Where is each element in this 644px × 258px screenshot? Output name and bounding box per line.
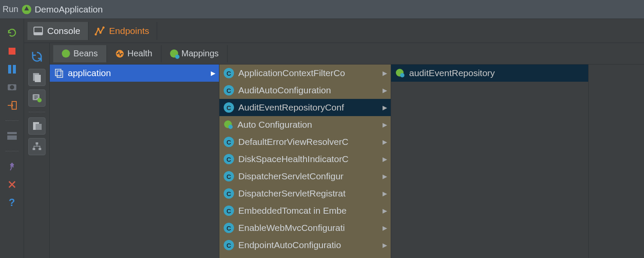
divider — [6, 120, 18, 121]
layout-icon[interactable] — [6, 130, 18, 141]
class-icon: C — [224, 85, 234, 95]
row-bean-label: DefaultErrorViewResolverC — [238, 137, 381, 147]
svg-rect-1 — [9, 48, 15, 55]
row-bean-label: ApplicationContextFilterCo — [238, 68, 381, 78]
run-body: Console Endpoints — [24, 19, 644, 258]
chevron-right-icon: ▶ — [383, 173, 387, 180]
row-bean-label: AuditAutoConfiguration — [238, 85, 381, 95]
divider — [29, 112, 45, 112]
tab-console-label: Console — [47, 26, 80, 36]
live-beans-icon[interactable] — [28, 89, 46, 107]
subtab-health[interactable]: Health — [107, 45, 161, 62]
run-action-gutter: ? — [0, 19, 24, 258]
row-bean[interactable]: CAuditEventRepositoryConf▶ — [219, 99, 391, 116]
close-icon[interactable] — [6, 179, 18, 190]
rerun-icon[interactable] — [6, 28, 18, 39]
svg-rect-22 — [36, 142, 38, 144]
row-bean[interactable]: CDefaultErrorViewResolverC▶ — [219, 133, 391, 150]
row-bean[interactable]: CApplicationContextFilterCo▶ — [219, 64, 391, 82]
subtab-mappings[interactable]: Mappings — [161, 45, 228, 62]
hierarchy-icon[interactable] — [28, 138, 46, 155]
subtab-mappings-label: Mappings — [182, 49, 219, 58]
row-bean[interactable]: CEmbeddedTomcat in Embe▶ — [219, 202, 391, 219]
row-bean[interactable]: CDispatcherServletRegistrat▶ — [219, 185, 391, 202]
chevron-right-icon: ▶ — [383, 87, 387, 94]
spring-boot-icon — [21, 4, 32, 15]
row-bean-label: EnableWebMvcConfigurati — [238, 223, 381, 233]
row-bean[interactable]: CDispatcherServletConfigur▶ — [219, 168, 391, 185]
scroll-to-source-icon[interactable] — [28, 69, 46, 86]
row-bean-label: EmbeddedTomcat in Embe — [238, 206, 381, 216]
pause-icon[interactable] — [6, 64, 18, 75]
row-bean[interactable]: CEndpointAutoConfiguratio▶ — [219, 236, 391, 254]
chevron-right-icon: ▶ — [383, 190, 387, 197]
row-bean[interactable]: CDiskSpaceHealthIndicatorC▶ — [219, 150, 391, 168]
health-icon — [115, 49, 124, 58]
row-application[interactable]: application ▶ — [50, 64, 219, 82]
svg-rect-7 — [7, 132, 17, 134]
chevron-right-icon: ▶ — [383, 104, 387, 111]
refresh-icon[interactable] — [28, 48, 46, 65]
chevron-right-icon: ▶ — [383, 121, 387, 128]
divider — [6, 151, 18, 151]
svg-point-15 — [103, 26, 105, 28]
exit-icon[interactable] — [6, 100, 18, 111]
leaf-icon — [224, 120, 233, 129]
class-icon: C — [224, 102, 234, 113]
svg-rect-2 — [8, 65, 11, 74]
chevron-right-icon: ▶ — [383, 242, 387, 249]
run-tabs: Console Endpoints — [24, 19, 644, 43]
class-icon: C — [224, 223, 234, 233]
help-icon[interactable]: ? — [6, 197, 18, 208]
tab-endpoints-label: Endpoints — [109, 26, 149, 36]
leaf-icon — [62, 49, 70, 58]
stack-icon — [54, 68, 64, 78]
svg-rect-17 — [35, 75, 41, 82]
row-bean-label: EndpointAutoConfiguratio — [238, 240, 381, 250]
row-bean[interactable]: Auto Configuration▶ — [219, 116, 391, 133]
diagram-icon[interactable] — [28, 117, 46, 135]
class-icon: C — [224, 171, 234, 181]
tab-console[interactable]: Console — [27, 22, 88, 40]
row-bean-detail-label: auditEventRepository — [409, 68, 585, 78]
row-bean-detail[interactable]: auditEventRepository — [391, 64, 588, 82]
svg-rect-27 — [57, 71, 63, 77]
svg-point-29 — [228, 125, 233, 129]
stop-icon[interactable] — [6, 46, 18, 57]
leaf-icon — [395, 68, 405, 78]
subtab-beans-label: Beans — [73, 49, 98, 58]
svg-rect-8 — [7, 135, 17, 140]
chevron-right-icon: ▶ — [211, 70, 216, 77]
dump-threads-icon[interactable] — [6, 82, 18, 93]
row-bean[interactable]: CEnableWebMvcConfigurati▶ — [219, 219, 391, 236]
class-icon: C — [224, 188, 234, 199]
miller-columns: application ▶ CApplicationContextFilterC… — [50, 64, 644, 258]
column-contexts[interactable]: application ▶ — [50, 64, 219, 258]
column-bean-detail[interactable]: auditEventRepository — [391, 64, 589, 258]
chevron-right-icon: ▶ — [383, 207, 387, 214]
svg-point-19 — [37, 98, 42, 102]
svg-rect-23 — [33, 148, 35, 150]
svg-point-13 — [97, 28, 100, 30]
class-icon: C — [224, 68, 234, 78]
run-label: Run — [3, 4, 18, 14]
subtab-beans[interactable]: Beans — [53, 45, 107, 62]
svg-rect-26 — [55, 69, 61, 76]
row-bean-label: DispatcherServletRegistrat — [238, 188, 381, 199]
svg-point-12 — [95, 33, 97, 35]
pin-icon[interactable] — [6, 161, 18, 172]
svg-point-31 — [400, 73, 404, 77]
endpoints-content: Beans Health Mappings — [24, 43, 644, 258]
class-icon: C — [224, 154, 234, 164]
svg-point-14 — [100, 31, 102, 34]
row-bean[interactable]: CAuditAutoConfiguration▶ — [219, 82, 391, 99]
console-icon — [33, 27, 43, 35]
svg-rect-21 — [36, 124, 42, 130]
column-beans[interactable]: CApplicationContextFilterCo▶CAuditAutoCo… — [219, 64, 391, 258]
chevron-right-icon: ▶ — [383, 156, 387, 163]
endpoints-icon — [94, 26, 105, 36]
endpoints-toolbar — [24, 43, 50, 258]
tab-endpoints[interactable]: Endpoints — [88, 22, 157, 40]
row-bean-label: Auto Configuration — [237, 120, 381, 130]
leaf-icon — [170, 49, 178, 58]
